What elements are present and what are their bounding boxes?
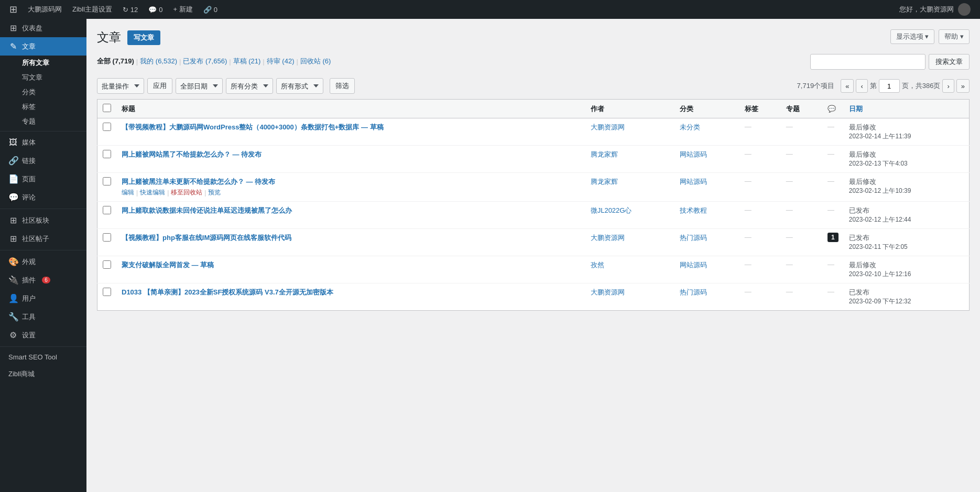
- row-checkbox-4[interactable]: [103, 233, 111, 242]
- comments-item[interactable]: 💬 0: [143, 0, 168, 19]
- sidebar-item-topics[interactable]: 专题: [0, 114, 86, 129]
- author-link-3[interactable]: 微JL2022G心: [591, 206, 632, 214]
- row-checkbox-1[interactable]: [103, 150, 111, 158]
- filter-tab-trash[interactable]: 回收站 (6): [300, 57, 331, 66]
- next-page-button[interactable]: ›: [942, 79, 954, 93]
- tags-cell: —: [739, 229, 781, 256]
- filter-tab-mine[interactable]: 我的 (6,532): [140, 57, 177, 66]
- post-title-link-4[interactable]: 【视频教程】php客服在线IM源码网页在线客服软件代码: [122, 233, 580, 243]
- sidebar-item-categories[interactable]: 分类: [0, 85, 86, 100]
- last-page-button[interactable]: »: [956, 79, 970, 93]
- row-action-2[interactable]: 移至回收站: [171, 188, 202, 197]
- category-link-0[interactable]: 未分类: [680, 123, 700, 131]
- comment-count: 1: [827, 233, 839, 242]
- author-cell: 大鹏资源网: [585, 283, 674, 311]
- filter-button[interactable]: 筛选: [330, 78, 355, 94]
- row-checkbox-2[interactable]: [103, 177, 111, 185]
- category-link-1[interactable]: 网站源码: [680, 150, 707, 158]
- site-name-item[interactable]: 大鹏源码网: [23, 0, 67, 19]
- sidebar-item-users[interactable]: 👤 用户: [0, 289, 86, 308]
- theme-settings-item[interactable]: Zibll主题设置: [67, 0, 117, 19]
- sidebar-item-tags[interactable]: 标签: [0, 100, 86, 114]
- bulk-action-select[interactable]: 批量操作: [97, 78, 144, 94]
- page-number-input[interactable]: 1: [879, 79, 900, 93]
- filter-tab-all[interactable]: 全部 (7,719): [97, 57, 134, 66]
- date-value-2: 2023-02-12 上午10:39: [849, 187, 964, 195]
- search-input[interactable]: [810, 54, 925, 70]
- sidebar-item-comments[interactable]: 💬 评论: [0, 188, 86, 206]
- date-filter-select[interactable]: 全部日期: [176, 78, 223, 94]
- search-button[interactable]: 搜索文章: [929, 54, 970, 70]
- filter-tab-published[interactable]: 已发布 (7,656): [183, 57, 227, 66]
- prev-page-button[interactable]: ‹: [856, 79, 867, 93]
- sidebar-item-all-posts[interactable]: 所有文章: [0, 56, 86, 70]
- sidebar-item-community-posts[interactable]: ⊞ 社区帖子: [0, 229, 86, 248]
- comments-header: 💬: [822, 100, 844, 118]
- row-checkbox-6[interactable]: [103, 288, 111, 296]
- pagination: « ‹ 第 1 页，共386页 › »: [841, 79, 970, 93]
- row-action-0[interactable]: 编辑: [122, 188, 134, 197]
- sidebar-item-tools[interactable]: 🔧 工具: [0, 308, 86, 326]
- post-title-link-5[interactable]: 聚支付破解版全网首发 — 草稿: [122, 260, 580, 270]
- category-link-5[interactable]: 网站源码: [680, 261, 707, 269]
- post-title-link-1[interactable]: 网上赌被网站黑了不给提款怎么办？ — 待发布: [122, 150, 580, 159]
- filter-tab-pending[interactable]: 待审 (42): [267, 57, 295, 66]
- updates-item[interactable]: ↻ 12: [117, 0, 143, 19]
- row-checkbox-5[interactable]: [103, 260, 111, 269]
- date-header[interactable]: 日期: [844, 100, 970, 118]
- wp-logo-item[interactable]: ⊞: [4, 0, 23, 19]
- sidebar-item-pages[interactable]: 📄 页面: [0, 170, 86, 188]
- author-link-5[interactable]: 孜然: [591, 261, 604, 269]
- row-checkbox-0[interactable]: [103, 123, 111, 131]
- category-cell: 技术教程: [674, 202, 739, 229]
- post-title-link-6[interactable]: D1033 【简单亲测】2023全新SF授权系统源码 V3.7全开源无加密版本: [122, 288, 580, 297]
- select-all-checkbox[interactable]: [103, 104, 111, 112]
- row-checkbox-3[interactable]: [103, 206, 111, 214]
- sidebar-item-community[interactable]: ⊞ 社区板块: [0, 211, 86, 229]
- post-title-link-3[interactable]: 网上赌取款说数据未回传还说注单延迟违规被黑了怎么办: [122, 206, 580, 215]
- date-value-6: 2023-02-09 下午12:32: [849, 297, 964, 306]
- category-link-3[interactable]: 技术教程: [680, 206, 707, 214]
- author-link-4[interactable]: 大鹏资源网: [591, 234, 625, 242]
- sidebar-item-write-posts[interactable]: 写文章: [0, 70, 86, 85]
- category-link-4[interactable]: 热门源码: [680, 234, 707, 242]
- display-options-button[interactable]: 显示选项: [890, 29, 935, 44]
- sidebar-item-media[interactable]: 🖼 媒体: [0, 134, 86, 151]
- sidebar-item-appearance[interactable]: 🎨 外观: [0, 253, 86, 271]
- new-item[interactable]: + 新建: [168, 0, 198, 19]
- comments-cell: —: [822, 202, 844, 229]
- page-total: 页，共386页: [902, 81, 941, 91]
- sidebar-item-plugins[interactable]: 🔌 插件 6: [0, 271, 86, 289]
- write-button[interactable]: 写文章: [127, 30, 160, 45]
- sidebar-item-settings[interactable]: ⚙ 设置: [0, 326, 86, 344]
- category-header: 分类: [674, 100, 739, 118]
- row-action-1[interactable]: 快速编辑: [140, 188, 165, 197]
- author-link-0[interactable]: 大鹏资源网: [591, 123, 625, 131]
- author-link-6[interactable]: 大鹏资源网: [591, 288, 625, 296]
- sidebar-item-posts[interactable]: ✎ 文章: [0, 37, 86, 56]
- sidebar-item-links[interactable]: 🔗 链接: [0, 151, 86, 170]
- sidebar-item-zibll-shop[interactable]: Zibll商城: [0, 365, 86, 383]
- category-filter-select[interactable]: 所有分类: [226, 78, 273, 94]
- sidebar-item-smart-seo[interactable]: Smart SEO Tool: [0, 349, 86, 365]
- greeting-text: 您好，大鹏资源网: [899, 5, 954, 14]
- author-link-2[interactable]: 腾龙家辉: [591, 178, 618, 185]
- filter-tab-draft[interactable]: 草稿 (21): [233, 57, 261, 66]
- greeting-item[interactable]: 您好，大鹏资源网: [894, 0, 976, 19]
- date-cell: 已发布 2023-02-09 下午12:32: [844, 283, 970, 311]
- format-filter-select[interactable]: 所有形式: [276, 78, 323, 94]
- links-item[interactable]: 🔗 0: [198, 0, 223, 19]
- post-title-link-2[interactable]: 网上赌被黑注单未更新不给提款怎么办？ — 待发布: [122, 177, 580, 187]
- row-action-3[interactable]: 预览: [208, 188, 221, 197]
- table-row: 【视频教程】php客服在线IM源码网页在线客服软件代码 大鹏资源网 热门源码 —…: [97, 229, 970, 256]
- avatar: [958, 3, 971, 16]
- help-button[interactable]: 帮助: [939, 29, 970, 44]
- post-title-link-0[interactable]: 【带视频教程】大鹏源码网WordPress整站（4000+3000）条数据打包+…: [122, 123, 580, 132]
- author-link-1[interactable]: 腾龙家辉: [591, 150, 618, 158]
- category-link-2[interactable]: 网站源码: [680, 178, 707, 185]
- category-link-6[interactable]: 热门源码: [680, 288, 707, 296]
- apply-button[interactable]: 应用: [147, 78, 172, 94]
- sidebar-item-dashboard[interactable]: ⊞ 仪表盘: [0, 19, 86, 37]
- first-page-button[interactable]: «: [841, 79, 854, 93]
- date-value-0: 2023-02-14 上午11:39: [849, 132, 964, 141]
